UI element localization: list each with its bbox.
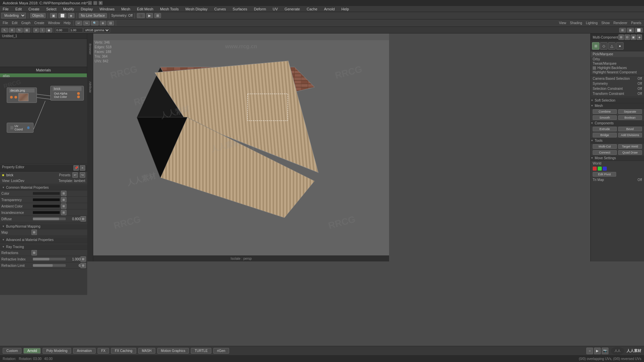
- tab-arnold[interactable]: Arnold: [23, 348, 41, 354]
- orby-item[interactable]: Orby: [591, 57, 644, 61]
- add-div-btn[interactable]: Add Divisions: [618, 133, 642, 137]
- components-section[interactable]: ▼ Components: [591, 121, 644, 126]
- menu-mesh-display[interactable]: Mesh Display: [184, 7, 209, 11]
- menu-create[interactable]: Create: [27, 7, 41, 11]
- separate-btn[interactable]: Separate: [618, 109, 642, 114]
- mode-dropdown[interactable]: Modelling: [1, 13, 26, 18]
- layout-btn1[interactable]: ⊞: [619, 28, 626, 33]
- viewport-bg[interactable]: RRCG RRCG RRCG RRCG RRCG RRCG www.rrcg.c…: [93, 40, 389, 261]
- soft-sel-section[interactable]: ▼ Soft Selection: [591, 98, 644, 103]
- snap-grid[interactable]: #: [33, 28, 39, 33]
- menu-mesh-tools[interactable]: Mesh Tools: [159, 7, 180, 11]
- pick-marquee-item[interactable]: Pick/Marquee: [591, 51, 644, 57]
- smooth-btn[interactable]: Smooth: [593, 115, 617, 120]
- ambient-icon[interactable]: ⊞: [61, 203, 66, 209]
- vp-toolbar-lighting[interactable]: Lighting: [585, 21, 599, 25]
- advanced-section[interactable]: ▼ Advanced ai Material Properties: [0, 237, 87, 243]
- bevel-btn[interactable]: Bevel: [618, 127, 642, 131]
- edit-pivot-btn[interactable]: Edit Pivot: [593, 172, 616, 177]
- select-tool[interactable]: ↖: [1, 28, 8, 33]
- comp-icon4[interactable]: ●: [616, 42, 624, 50]
- texture-node[interactable]: decals.png: [7, 87, 37, 103]
- refractive-icon[interactable]: ⊞: [80, 256, 86, 262]
- move-tool[interactable]: ✛: [9, 28, 15, 33]
- mesh-section[interactable]: ▼ Mesh: [591, 103, 644, 109]
- hs-icon5[interactable]: ⊟: [107, 21, 114, 25]
- hs-menu-help[interactable]: Help: [62, 21, 72, 25]
- gamma-select[interactable]: sRGB gamma: [84, 28, 110, 33]
- incandescence-swatch[interactable]: [33, 211, 60, 214]
- highlight-bf-cb[interactable]: [593, 66, 596, 70]
- menu-modify[interactable]: Modify: [62, 7, 75, 11]
- comp-icon1[interactable]: ⊞: [592, 42, 599, 50]
- refractions-icon[interactable]: ⊞: [32, 250, 37, 255]
- bt-icon-render[interactable]: ▶: [594, 348, 601, 354]
- comp-icon2[interactable]: ◇: [600, 42, 607, 50]
- menu-mesh[interactable]: Mesh: [120, 7, 131, 11]
- uv-checkbox[interactable]: [10, 126, 13, 129]
- incandescence-icon[interactable]: ⊞: [61, 210, 66, 215]
- menu-windows[interactable]: Windows: [98, 7, 116, 11]
- comp-icon3[interactable]: △: [608, 42, 615, 50]
- tweak-item[interactable]: Tweak/Marquee: [591, 61, 644, 66]
- menu-cache[interactable]: Cache: [305, 7, 319, 11]
- tab-fx[interactable]: FX: [98, 348, 109, 354]
- refractive-slider[interactable]: [33, 258, 66, 260]
- diffuse-slider[interactable]: [33, 218, 66, 220]
- combine-btn[interactable]: Combine: [593, 109, 617, 114]
- rp-icon3[interactable]: ▣: [631, 35, 636, 40]
- presets-icon1[interactable]: ↩: [72, 172, 78, 178]
- hs-menu-file[interactable]: File: [1, 21, 9, 25]
- presets-icon2[interactable]: ↪: [80, 172, 85, 178]
- uv-coord-node[interactable]: Uv Coord: [7, 123, 34, 133]
- vp-toolbar-show[interactable]: Show: [600, 21, 611, 25]
- common-material-section[interactable]: ▼ Common Material Properties: [0, 185, 87, 190]
- refraction-limit-slider[interactable]: [33, 264, 66, 267]
- diffuse-icon[interactable]: ⊞: [80, 216, 86, 222]
- ambient-swatch[interactable]: [33, 205, 60, 207]
- node-editor-bg[interactable]: RRCG decals.png brick Out Alpha: [0, 77, 87, 164]
- main-viewport[interactable]: Verts: 346 Edges: 518 Faces: 188 Tris: 3…: [93, 34, 389, 261]
- menu-display[interactable]: Display: [79, 7, 94, 11]
- hs-icon2[interactable]: ↪: [83, 21, 90, 25]
- extrude-btn[interactable]: Extrude: [593, 127, 617, 131]
- shader-node[interactable]: brick Out Alpha Out Color: [50, 86, 84, 101]
- tab-poly-modeling[interactable]: Poly Modeling: [43, 348, 71, 354]
- tb-icon2[interactable]: ⬜: [58, 13, 66, 18]
- transparency-swatch[interactable]: [33, 198, 60, 201]
- tab-motion-graphics[interactable]: Motion Graphics: [157, 348, 189, 354]
- prop-pin-icon[interactable]: 📌: [73, 165, 79, 171]
- hs-menu-graph[interactable]: Graph: [20, 21, 32, 25]
- hs-menu-create[interactable]: Create: [33, 21, 46, 25]
- scale-tool[interactable]: ⊞: [23, 28, 30, 33]
- tab-fx-caching[interactable]: FX Caching: [111, 348, 136, 354]
- vp-toolbar-panels[interactable]: Panels: [630, 21, 643, 25]
- vp-toolbar-renderer[interactable]: Renderer: [612, 21, 629, 25]
- rp-icon2[interactable]: ⊟: [625, 35, 630, 40]
- camera-field2[interactable]: [69, 28, 83, 33]
- connect-btn[interactable]: Connect: [593, 150, 617, 155]
- rp-icon4[interactable]: ◈: [637, 35, 642, 40]
- bridge-btn[interactable]: Bridge: [593, 133, 617, 137]
- bt-icon-sphere[interactable]: ○: [586, 348, 593, 354]
- boolean-btn[interactable]: Boolean: [618, 115, 642, 120]
- highlight-nc-item[interactable]: Highlight Nearest Component: [591, 70, 644, 74]
- menu-help[interactable]: Help: [340, 7, 351, 11]
- tb-camera-btn[interactable]: 🎥: [137, 13, 145, 18]
- side-label-browser[interactable]: Browser: [89, 44, 92, 55]
- tab-mash[interactable]: MASH: [138, 348, 155, 354]
- quad-draw-btn[interactable]: Quad Draw: [618, 150, 642, 155]
- tab-animation[interactable]: Animation: [73, 348, 95, 354]
- maximize-button[interactable]: □: [93, 1, 97, 5]
- menu-deform[interactable]: Deform: [253, 7, 267, 11]
- prop-close-icon[interactable]: ✕: [80, 165, 85, 171]
- menu-edit-mesh[interactable]: Edit Mesh: [136, 7, 155, 11]
- refraction-limit-icon[interactable]: ⊞: [80, 263, 86, 268]
- minimize-button[interactable]: ─: [88, 1, 92, 5]
- tab-turtle[interactable]: TURTLE: [191, 348, 211, 354]
- no-line-surface[interactable]: No Line Surface: [79, 13, 107, 18]
- layout-btn2[interactable]: ▣: [627, 28, 634, 33]
- hs-icon4[interactable]: ⊕: [100, 21, 106, 25]
- snap-point[interactable]: ◉: [46, 28, 52, 33]
- camera-field1[interactable]: [55, 28, 69, 33]
